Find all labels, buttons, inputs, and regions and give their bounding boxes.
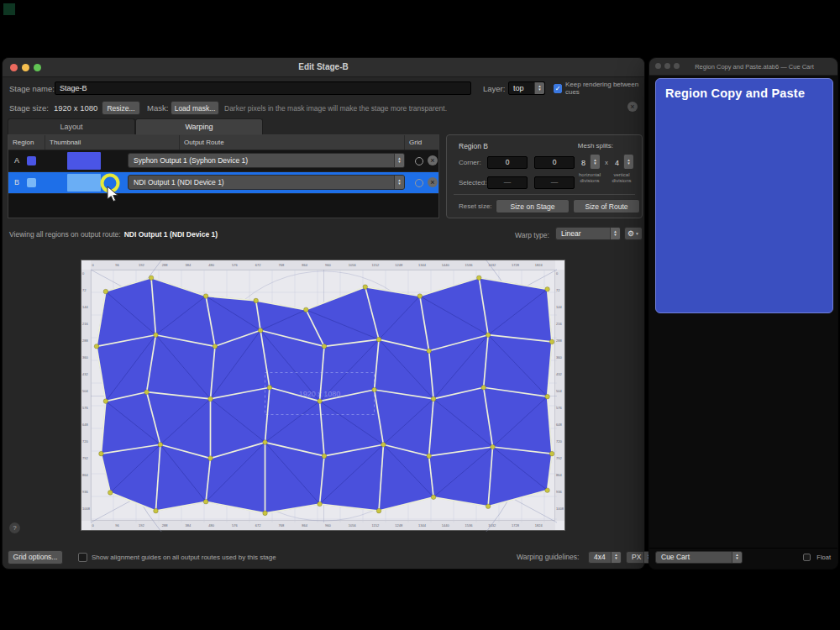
region-b-grid-radio[interactable] <box>415 179 423 187</box>
region-panel-title: Region B <box>459 142 488 150</box>
corner-x-field[interactable]: 0 <box>487 156 528 169</box>
cue-cart-window: Region Copy and Paste.atab6 — Cue Cart R… <box>648 57 838 570</box>
region-b-color-swatch <box>27 178 36 187</box>
selected-label: Selected: <box>459 179 486 186</box>
float-checkbox[interactable] <box>803 554 811 561</box>
panel-divider <box>454 194 635 195</box>
gear-icon: ⚙ <box>627 229 634 238</box>
warp-type-label: Warp type: <box>515 231 549 239</box>
reset-size-label: Reset size: <box>459 202 492 210</box>
cart-window-title: Region Copy and Paste.atab6 — Cue Cart <box>675 63 834 71</box>
h-divisions-label: horizontal divisions <box>573 172 606 183</box>
corner-label: Corner: <box>459 159 481 166</box>
cart-bottom-bar: Cue Cart ▲▼ Float <box>649 548 837 565</box>
viewing-route-value: NDI Output 1 (NDI Device 1) <box>124 230 218 239</box>
grid-options-button[interactable]: Grid options... <box>8 550 63 564</box>
warp-editor-canvas[interactable]: 0961922883844805766727688649601056115212… <box>81 260 565 531</box>
guidelines-dropdown[interactable]: 4x4 ▲▼ <box>588 551 622 564</box>
region-a-grid-radio[interactable] <box>415 157 423 165</box>
size-of-route-button[interactable]: Size of Route <box>573 199 640 213</box>
v-divisions-label: vertical divisions <box>605 172 638 183</box>
table-row-region-b[interactable]: B NDI Output 1 (NDI Device 1) ▲▼ × <box>8 172 438 194</box>
svg-text:1920 x 1080: 1920 x 1080 <box>299 390 341 398</box>
alignment-guides-checkbox[interactable] <box>78 553 87 562</box>
col-region: Region <box>8 135 45 150</box>
region-a-route-stepper[interactable]: ▲▼ <box>394 154 404 167</box>
region-b-remove-button[interactable]: × <box>428 177 438 187</box>
stage-name-input[interactable]: Stage-B <box>55 81 471 95</box>
cart-list-dropdown[interactable]: Cue Cart ▲▼ <box>655 551 743 564</box>
col-grid: Grid <box>405 135 438 150</box>
float-label: Float <box>816 554 831 561</box>
chevron-down-icon: ▼ <box>635 231 639 236</box>
layer-label: Layer: <box>483 84 505 93</box>
h-divisions-value: 8 <box>581 159 585 167</box>
keep-rendering-label: Keep rendering between cues <box>565 81 644 96</box>
warp-type-dropdown[interactable]: Linear ▲▼ <box>555 227 621 240</box>
cue-button-region-copy-paste[interactable]: Region Copy and Paste <box>655 78 833 313</box>
warping-guidelines-label: Warping guidelines: <box>517 553 579 561</box>
region-a-color-swatch <box>27 156 36 165</box>
alignment-guides-label: Show alignment guides on all output rout… <box>92 554 276 561</box>
resize-button[interactable]: Resize... <box>102 101 140 115</box>
layer-stepper[interactable]: ▲▼ <box>534 82 544 94</box>
clear-mask-button[interactable]: × <box>627 102 638 112</box>
window-title: Edit Stage-B <box>3 62 644 71</box>
guidelines-stepper[interactable]: ▲▼ <box>611 552 621 563</box>
divisions-times: x <box>605 159 608 166</box>
region-a-route-dropdown[interactable]: Syphon Output 1 (Syphon Device 1) ▲▼ <box>128 153 405 168</box>
cue-title: Region Copy and Paste <box>665 87 805 100</box>
main-bottom-bar: Grid options... Show alignment guides on… <box>3 549 644 565</box>
table-row-region-a[interactable]: A Syphon Output 1 (Syphon Device 1) ▲▼ × <box>8 150 438 172</box>
col-thumbnail: Thumbnail <box>45 135 180 150</box>
tab-layout[interactable]: Layout <box>8 118 135 134</box>
main-titlebar[interactable]: Edit Stage-B <box>3 58 644 77</box>
stage-name-label: Stage name: <box>9 84 55 93</box>
layer-dropdown[interactable]: top ▲▼ <box>508 81 545 95</box>
stage-size-label: Stage size: <box>9 103 49 113</box>
corner-artifact <box>3 3 15 15</box>
table-header: Region Thumbnail Output Route Grid <box>8 135 438 150</box>
corner-y-field[interactable]: 0 <box>534 156 575 169</box>
size-on-stage-button[interactable]: Size on Stage <box>496 199 570 213</box>
mask-hint: Darker pixels in the mask image will mak… <box>224 102 447 114</box>
edit-stage-window: Edit Stage-B Stage name: Stage-B Layer: … <box>2 57 645 570</box>
stage-size-value: 1920 x 1080 <box>54 103 97 113</box>
load-mask-button[interactable]: Load mask... <box>171 101 219 115</box>
help-button[interactable]: ? <box>9 522 20 533</box>
tab-warping[interactable]: Warping <box>135 118 263 134</box>
warp-mesh-svg[interactable]: 1920 x 1080 <box>81 260 566 532</box>
cart-titlebar[interactable]: Region Copy and Paste.atab6 — Cue Cart <box>649 58 837 76</box>
cart-list-stepper[interactable]: ▲▼ <box>732 552 742 563</box>
viewing-route-label: Viewing all regions on output route: <box>9 230 121 239</box>
region-a-thumbnail <box>67 152 101 170</box>
mask-label: Mask: <box>147 103 168 113</box>
region-route-table: Region Thumbnail Output Route Grid A Syp… <box>8 134 439 218</box>
v-divisions-value: 4 <box>615 159 619 167</box>
warp-settings-button[interactable]: ⚙ ▼ <box>624 227 643 240</box>
col-output-route: Output Route <box>180 135 405 150</box>
v-divisions-stepper[interactable]: ▲▼ <box>623 155 633 169</box>
close-window-button[interactable] <box>655 63 661 69</box>
region-b-route-dropdown[interactable]: NDI Output 1 (NDI Device 1) ▲▼ <box>128 175 405 190</box>
region-a-remove-button[interactable]: × <box>428 155 438 165</box>
region-b-route-stepper[interactable]: ▲▼ <box>394 176 404 189</box>
minimize-window-button[interactable] <box>664 63 670 69</box>
warp-type-stepper[interactable]: ▲▼ <box>610 228 620 239</box>
selected-x-field[interactable]: — <box>487 176 528 189</box>
selected-y-field[interactable]: — <box>534 176 575 189</box>
mesh-splits-label: Mesh splits: <box>578 142 613 150</box>
region-b-thumbnail <box>67 174 101 192</box>
keep-rendering-checkbox[interactable]: ✓ <box>554 84 562 93</box>
h-divisions-stepper[interactable]: ▲▼ <box>590 155 600 169</box>
region-settings-panel: Region B Mesh splits: Corner: 0 0 Select… <box>446 134 643 218</box>
